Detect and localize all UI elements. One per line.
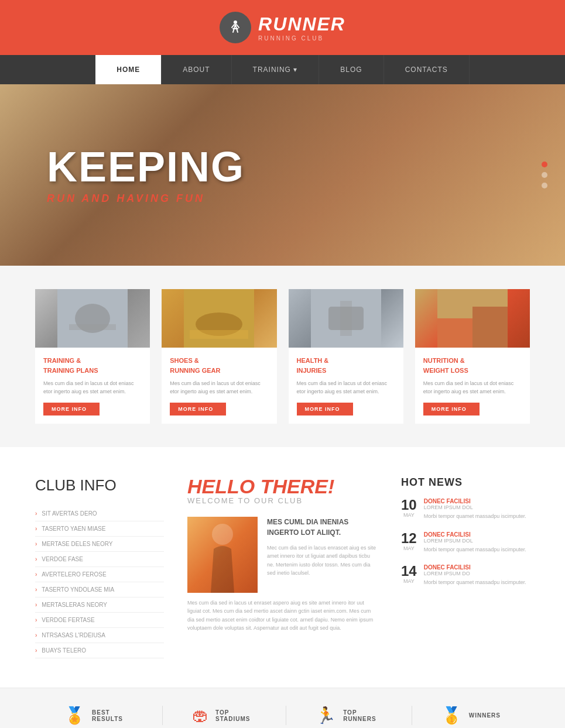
card-shoes: SHOES & RUNNING GEAR Mes cum dia sed in … bbox=[162, 289, 276, 424]
arrow-icon: › bbox=[35, 632, 37, 638]
card-btn-shoes[interactable]: MORE INFO bbox=[170, 403, 221, 415]
nav-home[interactable]: HOME bbox=[95, 55, 162, 84]
list-item: › AVERTELERO FEROSE bbox=[35, 567, 164, 582]
logo-icon bbox=[220, 12, 251, 43]
card-body-health: HEALTH & INJURIES Mes cum dia sed in lac… bbox=[289, 348, 403, 424]
svg-rect-12 bbox=[472, 307, 508, 348]
club-info-panel: CLUB INFO › SIT AVERTAS DERO › TASERTO Y… bbox=[35, 476, 164, 658]
stat-label-4: WINNERS bbox=[469, 712, 501, 719]
hero-subtitle: RUN AND HAVING FUN bbox=[47, 193, 245, 205]
hero-dot-1[interactable] bbox=[542, 162, 547, 167]
stadium-icon: 🏟 bbox=[192, 706, 208, 725]
card-body-shoes: SHOES & RUNNING GEAR Mes cum dia sed in … bbox=[162, 348, 276, 424]
arrow-icon: › bbox=[35, 556, 37, 562]
list-item: › VERDOE FERTASE bbox=[35, 613, 164, 628]
stat-label-2: TOP STADIUMS bbox=[215, 709, 256, 722]
hero-content: KEEPING RUN AND HAVING FUN bbox=[47, 146, 245, 205]
card-title-shoes: SHOES & RUNNING GEAR bbox=[170, 356, 268, 375]
arrow-icon: › bbox=[35, 571, 37, 578]
hero-section: KEEPING RUN AND HAVING FUN bbox=[0, 84, 565, 266]
card-title-nutrition: NUTRITION & WEIGHT LOSS bbox=[423, 356, 522, 375]
nav-blog[interactable]: BLOG bbox=[319, 55, 383, 84]
stat-top-stadiums[interactable]: 🏟 TOP STADIUMS bbox=[163, 706, 286, 725]
hello-highlight: MES CUML DIA INENIAS INGERTO LOT ALIIQT. bbox=[267, 517, 378, 538]
hero-dots bbox=[542, 162, 547, 188]
card-img-training bbox=[35, 289, 150, 348]
news-date-2: 12 MAY bbox=[401, 531, 417, 554]
hot-news-panel: HOT NEWS 10 MAY DONEC FACILISI LOREM IPS… bbox=[401, 476, 530, 658]
news-item-2: 12 MAY DONEC FACILISI LOREM IPSUM DOL Mo… bbox=[401, 531, 530, 554]
news-body-2: DONEC FACILISI LOREM IPSUM DOL Morbi tem… bbox=[424, 531, 530, 554]
hero-dot-2[interactable] bbox=[542, 172, 547, 178]
navigation: HOME ABOUT TRAINING ▾ BLOG CONTACTS bbox=[0, 55, 565, 84]
club-info-list: › SIT AVERTAS DERO › TASERTO YAEN MIASE … bbox=[35, 506, 164, 658]
card-desc-shoes: Mes cum dia sed in lacus ut dot eniasc e… bbox=[170, 380, 268, 396]
news-date-1: 10 MAY bbox=[401, 498, 417, 521]
list-item: › TASERTO YAEN MIASE bbox=[35, 521, 164, 537]
arrow-icon: › bbox=[35, 602, 37, 608]
arrow-icon: › bbox=[35, 526, 37, 532]
card-btn-health[interactable]: MORE INFO bbox=[297, 403, 348, 415]
news-body-3: DONEC FACILISI LOREM IPSUM DO Morbi temp… bbox=[424, 564, 530, 587]
card-desc-training: Mes cum dia sed in lacus ut dot eniasc e… bbox=[43, 380, 142, 396]
stats-bar: 🏅 BEST RESULTS 🏟 TOP STADIUMS 🏃 TOP RUNN… bbox=[0, 688, 565, 728]
svg-rect-11 bbox=[437, 318, 472, 348]
arrow-icon: › bbox=[35, 617, 37, 623]
stat-winners[interactable]: 🥇 WINNERS bbox=[412, 706, 530, 725]
list-item: › MERTASE DELES NEORY bbox=[35, 537, 164, 552]
list-item: › MERTASLERAS NEORY bbox=[35, 597, 164, 613]
club-info-title: CLUB INFO bbox=[35, 476, 164, 495]
hello-text1: Mec cum dia sed in lacus enrascet aiug e… bbox=[267, 544, 378, 578]
card-title-health: HEALTH & INJURIES bbox=[297, 356, 395, 375]
hello-panel: HELLO THERE! WELCOME TO OUR CLUB bbox=[187, 476, 378, 658]
hello-text-block: MES CUML DIA INENIAS INGERTO LOT ALIIQT.… bbox=[267, 517, 378, 593]
cards-section: TRAINING & TRAINING PLANS Mes cum dia se… bbox=[0, 266, 565, 447]
card-nutrition: NUTRITION & WEIGHT LOSS Mes cum dia sed … bbox=[415, 289, 530, 424]
nav-training[interactable]: TRAINING ▾ bbox=[232, 55, 320, 84]
arrow-icon: › bbox=[35, 647, 37, 654]
medal-icon: 🏅 bbox=[64, 706, 85, 725]
hello-text2: Mes cum dia sed in lacus ut enraset aspe… bbox=[187, 599, 378, 633]
card-title-training: TRAINING & TRAINING PLANS bbox=[43, 356, 142, 375]
svg-point-14 bbox=[212, 524, 233, 545]
site-title: RUNNER bbox=[258, 13, 345, 35]
list-item: › SIT AVERTAS DERO bbox=[35, 506, 164, 521]
logo[interactable]: RUNNER RUNNING CLUB bbox=[220, 12, 345, 43]
arrow-icon: › bbox=[35, 510, 37, 517]
list-item: › NTRSASAS L'RDEIUSA bbox=[35, 628, 164, 643]
header: RUNNER RUNNING CLUB bbox=[0, 0, 565, 55]
card-btn-training[interactable]: MORE INFO bbox=[43, 403, 95, 415]
svg-point-0 bbox=[234, 20, 237, 24]
hero-dot-3[interactable] bbox=[542, 183, 547, 188]
card-img-shoes bbox=[162, 289, 276, 348]
news-body-1: DONEC FACILISI LOREM IPSUM DOL Morbi tem… bbox=[424, 498, 530, 521]
news-item-3: 14 MAY DONEC FACILISI LOREM IPSUM DO Mor… bbox=[401, 564, 530, 587]
hello-title: HELLO THERE! bbox=[187, 476, 378, 496]
stat-best-results[interactable]: 🏅 BEST RESULTS bbox=[35, 706, 163, 725]
news-date-3: 14 MAY bbox=[401, 564, 417, 587]
card-body-nutrition: NUTRITION & WEIGHT LOSS Mes cum dia sed … bbox=[415, 348, 530, 424]
card-img-health bbox=[289, 289, 403, 348]
list-item: › BUAYS TELERO bbox=[35, 643, 164, 658]
card-training: TRAINING & TRAINING PLANS Mes cum dia se… bbox=[35, 289, 150, 424]
arrow-icon: › bbox=[35, 586, 37, 593]
card-img-nutrition bbox=[415, 289, 530, 348]
svg-rect-3 bbox=[69, 324, 116, 330]
list-item: › VERDOE FASE bbox=[35, 552, 164, 567]
hello-image bbox=[187, 517, 258, 593]
site-sub: RUNNING CLUB bbox=[258, 35, 345, 42]
hello-content: MES CUML DIA INENIAS INGERTO LOT ALIIQT.… bbox=[187, 517, 378, 593]
card-health: HEALTH & INJURIES Mes cum dia sed in lac… bbox=[289, 289, 403, 424]
hot-news-title: HOT NEWS bbox=[401, 476, 530, 489]
card-desc-health: Mes cum dia sed in lacus ut dot eniasc e… bbox=[297, 380, 395, 396]
nav-about[interactable]: ABOUT bbox=[162, 55, 231, 84]
nav-contacts[interactable]: CONTACTS bbox=[384, 55, 470, 84]
arrow-icon: › bbox=[35, 541, 37, 547]
stat-top-runners[interactable]: 🏃 TOP RUNNERS bbox=[286, 706, 412, 725]
trophy-icon: 🥇 bbox=[441, 706, 462, 725]
hero-title: KEEPING bbox=[47, 146, 245, 188]
svg-rect-6 bbox=[190, 330, 248, 339]
card-desc-nutrition: Mes cum dia sed in lacus ut dot eniasc e… bbox=[423, 380, 522, 396]
card-btn-nutrition[interactable]: MORE INFO bbox=[423, 403, 475, 415]
cards-grid: TRAINING & TRAINING PLANS Mes cum dia se… bbox=[35, 289, 530, 424]
